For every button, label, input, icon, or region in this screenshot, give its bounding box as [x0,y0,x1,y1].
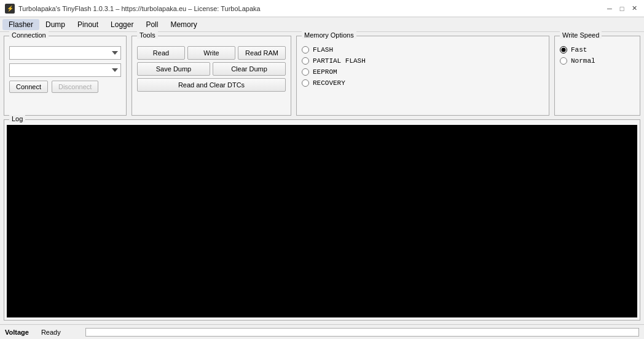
main-content: Connection Connect Disconnect Tools Read [0,32,644,324]
window-title: Turbolapaka's TinyFlash 1.0.3.1 – https:… [18,5,261,12]
connection-dropdown-1[interactable] [9,46,121,60]
memory-label-eeprom: EEPROM [313,68,337,76]
connection-panel: Connection Connect Disconnect [4,36,127,116]
menu-item-pinout[interactable]: Pinout [71,19,104,30]
tools-panel-title: Tools [137,31,158,39]
memory-radio-flash[interactable] [302,46,309,54]
menu-item-dump[interactable]: Dump [39,19,71,30]
tools-row-1: Read Write Read RAM [137,46,286,60]
tools-panel: Tools Read Write Read RAM Save Dump Clea… [132,36,291,116]
memory-radio-recovery[interactable] [302,79,309,87]
voltage-label: Voltage [5,329,29,336]
memory-options-panel: Memory Options FLASH PARTIAL FLASH EEPRO… [296,36,549,116]
tools-row-2: Save Dump Clear Dump [137,62,286,76]
write-button[interactable]: Write [187,46,235,60]
memory-options-inner: FLASH PARTIAL FLASH EEPROM RECOVERY [302,46,544,87]
memory-radio-eeprom[interactable] [302,68,309,76]
memory-radio-partial-flash[interactable] [302,57,309,65]
write-speed-radio-fast[interactable] [560,46,567,54]
menu-item-logger[interactable]: Logger [104,19,139,30]
memory-option-flash[interactable]: FLASH [302,46,544,54]
write-speed-label-fast: Fast [571,46,587,54]
menu-item-memory[interactable]: Memory [164,19,203,30]
ready-status: Ready [41,329,61,336]
connection-buttons: Connect Disconnect [9,81,121,93]
top-panels: Connection Connect Disconnect Tools Read [4,36,640,116]
memory-option-recovery[interactable]: RECOVERY [302,79,544,87]
write-speed-radio-normal[interactable] [560,57,567,65]
menu-item-poll[interactable]: Poll [139,19,164,30]
write-speed-label-normal: Normal [571,57,595,65]
maximize-button[interactable]: □ [617,4,627,13]
memory-option-eeprom[interactable]: EEPROM [302,68,544,76]
progress-bar [85,328,639,337]
memory-options-panel-title: Memory Options [302,31,356,39]
minimize-button[interactable]: ─ [605,4,615,13]
menu-bar: Flasher Dump Pinout Logger Poll Memory [0,17,644,32]
connect-button[interactable]: Connect [9,81,48,93]
log-panel: Log [4,119,640,321]
connection-panel-title: Connection [9,31,49,39]
write-speed-fast[interactable]: Fast [560,46,635,54]
window-controls: ─ □ ✕ [605,4,639,13]
app-icon: ⚡ [5,4,15,14]
status-bar: Voltage Ready [0,324,644,339]
title-bar: ⚡ Turbolapaka's TinyFlash 1.0.3.1 – http… [0,0,644,17]
read-button[interactable]: Read [137,46,185,60]
close-button[interactable]: ✕ [629,4,639,13]
save-dump-button[interactable]: Save Dump [137,62,210,76]
connection-dropdown-2[interactable] [9,63,121,77]
disconnect-button[interactable]: Disconnect [52,81,98,93]
memory-label-flash: FLASH [313,46,333,54]
menu-item-flasher[interactable]: Flasher [2,19,39,30]
clear-dump-button[interactable]: Clear Dump [213,62,286,76]
read-ram-button[interactable]: Read RAM [238,46,286,60]
memory-label-partial-flash: PARTIAL FLASH [313,57,366,65]
log-panel-title: Log [9,115,25,122]
title-bar-left: ⚡ Turbolapaka's TinyFlash 1.0.3.1 – http… [5,4,261,14]
tools-row-3: Read and Clear DTCs [137,78,286,92]
tools-inner: Read Write Read RAM Save Dump Clear Dump… [137,46,286,92]
read-clear-dtcs-button[interactable]: Read and Clear DTCs [137,78,286,92]
write-speed-normal[interactable]: Normal [560,57,635,65]
write-speed-panel: Write Speed Fast Normal [554,36,640,116]
connection-inner: Connect Disconnect [9,46,121,93]
memory-option-partial-flash[interactable]: PARTIAL FLASH [302,57,544,65]
write-speed-panel-title: Write Speed [560,31,602,39]
memory-label-recovery: RECOVERY [313,79,345,87]
log-content [7,125,637,317]
write-speed-inner: Fast Normal [560,46,635,65]
